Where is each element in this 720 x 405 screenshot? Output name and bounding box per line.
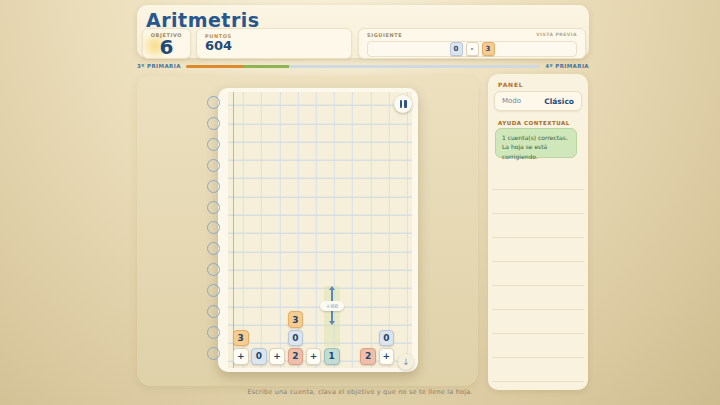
- game-board[interactable]: +60 +0+2+12+3003: [228, 92, 412, 368]
- board-tile: 2: [360, 348, 376, 365]
- next-tile: -: [466, 42, 479, 56]
- board-tile: +: [269, 348, 285, 365]
- progress-bar: [186, 65, 540, 68]
- aritmetris-app: Aritmetris OBJETIVO 6 PUNTOS 604 SIGUIEN…: [0, 0, 720, 405]
- board-tile: 0: [379, 330, 395, 347]
- objective-value: 6: [143, 37, 190, 57]
- board-tile: +: [379, 348, 395, 365]
- spiral-ring-icon: [207, 117, 220, 130]
- drop-button[interactable]: ↓: [398, 354, 414, 370]
- board-tile: +: [233, 348, 249, 365]
- board-tile: 3: [233, 330, 249, 347]
- arrow-down-icon: ↓: [402, 357, 410, 367]
- panel-lined-paper: [492, 166, 584, 384]
- notebook-board: +60 +0+2+12+3003 ↓: [218, 88, 418, 372]
- spiral-ring-icon: [207, 305, 220, 318]
- progress-segment: [186, 65, 243, 68]
- panel-title: PANEL: [498, 81, 523, 88]
- contextual-help-title: AYUDA CONTEXTUAL: [498, 120, 570, 126]
- mode-label: Modo: [502, 97, 521, 105]
- spiral-ring-icon: [207, 284, 220, 297]
- pause-button[interactable]: [394, 95, 412, 113]
- spiral-ring-icon: [207, 159, 220, 172]
- points-label: PUNTOS: [205, 33, 351, 39]
- contextual-help-message: 1 cuenta(s) correctas. La hoja se está c…: [495, 128, 577, 158]
- points-value: 604: [205, 39, 351, 53]
- pause-icon: [400, 100, 403, 108]
- board-tile: 2: [288, 348, 304, 365]
- next-label: SIGUIENTE: [367, 32, 402, 38]
- progress-segment: [243, 65, 289, 68]
- spiral-ring-icon: [207, 180, 220, 193]
- spiral-ring-icon: [207, 326, 220, 339]
- grade-progress: 3º PRIMARIA 4º PRIMARIA: [137, 61, 589, 71]
- mode-card: Modo Clásico: [494, 91, 582, 111]
- score-popup: +60: [320, 301, 344, 311]
- footer-hint: Escribe una cuenta, clava el objetivo y …: [0, 388, 720, 396]
- spiral-ring-icon: [207, 201, 220, 214]
- preview-label: VISTA PREVIA: [536, 32, 577, 38]
- board-tile: 3: [288, 311, 304, 328]
- spiral-ring-icon: [207, 138, 220, 151]
- header-card: Aritmetris OBJETIVO 6 PUNTOS 604 SIGUIEN…: [137, 5, 589, 58]
- points-card: PUNTOS 604: [196, 28, 352, 59]
- objective-card: OBJETIVO 6: [142, 28, 191, 59]
- next-piece-card: SIGUIENTE VISTA PREVIA 0-3: [358, 28, 586, 59]
- board-tile: 0: [251, 348, 267, 365]
- side-panel: PANEL Modo Clásico AYUDA CONTEXTUAL 1 cu…: [488, 74, 588, 390]
- spiral-ring-icon: [207, 263, 220, 276]
- pause-icon: [404, 100, 407, 108]
- game-zone: +60 +0+2+12+3003 ↓: [137, 76, 478, 386]
- next-piece-preview: 0-3: [367, 41, 577, 57]
- spiral-ring-icon: [207, 242, 220, 255]
- spiral-ring-icon: [207, 347, 220, 360]
- spiral-ring-icon: [207, 96, 220, 109]
- next-tile: 3: [482, 42, 495, 56]
- progress-left-label: 3º PRIMARIA: [137, 63, 181, 69]
- board-tile: 1: [324, 348, 340, 365]
- progress-right-label: 4º PRIMARIA: [545, 63, 589, 69]
- margin-line: [233, 92, 234, 368]
- spiral-ring-icon: [207, 221, 220, 234]
- next-tile: 0: [450, 42, 463, 56]
- board-tile: 0: [288, 330, 304, 347]
- mode-value: Clásico: [544, 97, 574, 106]
- board-tile: +: [306, 348, 322, 365]
